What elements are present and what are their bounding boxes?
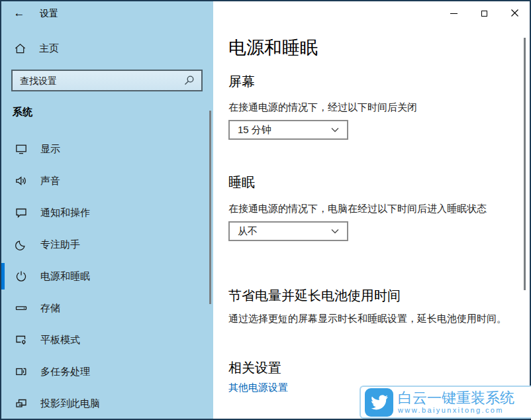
- battery-section-heading: 节省电量并延长电池使用时间: [228, 287, 401, 305]
- minimize-icon: [450, 13, 458, 14]
- search-input[interactable]: [13, 76, 183, 86]
- sidebar-item-label: 显示: [40, 143, 60, 156]
- main-scrollbar[interactable]: [524, 38, 526, 290]
- sidebar-item-display[interactable]: 显示: [1, 133, 213, 165]
- sidebar: ← 设置 主页 系统: [1, 1, 213, 419]
- watermark-brand: 白云一键重装系统: [398, 390, 514, 406]
- screen-section-heading: 屏幕: [228, 73, 255, 91]
- sidebar-item-power-sleep[interactable]: 电源和睡眠: [1, 260, 213, 292]
- sidebar-item-storage[interactable]: 存储: [1, 292, 213, 324]
- close-icon: [511, 7, 518, 19]
- sleep-section-description: 在接通电源的情况下，电脑在经过以下时间后进入睡眠状态: [228, 203, 487, 215]
- sidebar-item-focus-assist[interactable]: 专注助手: [1, 229, 213, 260]
- maximize-icon: [481, 11, 487, 17]
- sidebar-item-notifications[interactable]: 通知和操作: [1, 197, 213, 229]
- watermark-bird-icon: [365, 388, 393, 417]
- sidebar-item-label: 电源和睡眠: [40, 270, 90, 283]
- sidebar-item-projecting[interactable]: 投影到此电脑: [1, 388, 213, 419]
- sidebar-item-label: 声音: [40, 175, 60, 187]
- main-panel: 电源和睡眠 屏幕 在接通电源的情况下，经过以下时间后关闭 15 分钟 睡眠 在接…: [213, 1, 530, 419]
- sleep-timeout-value: 从不: [238, 225, 258, 238]
- sidebar-item-label: 多任务处理: [40, 366, 90, 378]
- additional-power-settings-link[interactable]: 其他电源设置: [228, 382, 288, 394]
- sidebar-item-home[interactable]: 主页: [14, 42, 59, 55]
- sidebar-item-sound[interactable]: 声音: [1, 165, 213, 197]
- sidebar-scrollbar[interactable]: [209, 111, 211, 304]
- search-icon[interactable]: [183, 75, 195, 86]
- projecting-icon: [15, 397, 28, 410]
- maximize-button[interactable]: [469, 1, 499, 25]
- screen-timeout-select[interactable]: 15 分钟: [228, 120, 348, 140]
- sidebar-section-system: 系统: [13, 106, 32, 119]
- home-icon: [14, 42, 26, 55]
- sidebar-item-tablet-mode[interactable]: 平板模式: [1, 324, 213, 356]
- chevron-down-icon: [331, 229, 339, 234]
- home-label: 主页: [39, 42, 59, 55]
- watermark-text: 白云一键重装系统 www.baiyunxitong.com: [398, 390, 514, 415]
- sidebar-item-label: 平板模式: [40, 334, 80, 346]
- battery-section-description: 通过选择更短的屏幕显示时长和睡眠设置，延长电池使用时间。: [228, 313, 507, 325]
- focus-assist-icon: [15, 238, 28, 251]
- related-settings-heading: 相关设置: [228, 359, 281, 377]
- notifications-icon: [15, 206, 28, 219]
- app-title: 设置: [40, 8, 58, 20]
- screen-section-description: 在接通电源的情况下，经过以下时间后关闭: [228, 101, 417, 114]
- close-button[interactable]: [499, 1, 530, 25]
- sidebar-item-label: 通知和操作: [40, 207, 90, 219]
- minimize-button[interactable]: [438, 1, 469, 25]
- sleep-timeout-select[interactable]: 从不: [228, 221, 348, 241]
- settings-window: ← 设置 主页 系统: [0, 0, 531, 420]
- search-box[interactable]: [11, 70, 203, 91]
- page-title: 电源和睡眠: [228, 36, 318, 60]
- watermark-banner: 白云一键重装系统 www.baiyunxitong.com: [360, 386, 531, 419]
- screen-timeout-value: 15 分钟: [238, 124, 271, 136]
- back-button[interactable]: ←: [11, 5, 27, 21]
- sidebar-item-label: 专注助手: [40, 238, 80, 251]
- sleep-section-heading: 睡眠: [228, 174, 255, 191]
- sound-icon: [15, 174, 28, 187]
- multitasking-icon: [15, 365, 28, 378]
- chevron-down-icon: [331, 127, 339, 132]
- display-icon: [15, 142, 28, 156]
- power-icon: [15, 270, 28, 283]
- sidebar-item-multitasking[interactable]: 多任务处理: [1, 356, 213, 388]
- sidebar-nav: 显示 声音 通知和操作: [1, 133, 213, 419]
- tablet-mode-icon: [15, 333, 28, 346]
- sidebar-item-label: 投影到此电脑: [40, 397, 100, 410]
- watermark-url: www.baiyunxitong.com: [398, 406, 514, 415]
- window-controls: [438, 1, 530, 25]
- storage-icon: [15, 301, 28, 315]
- sidebar-item-label: 存储: [40, 302, 60, 315]
